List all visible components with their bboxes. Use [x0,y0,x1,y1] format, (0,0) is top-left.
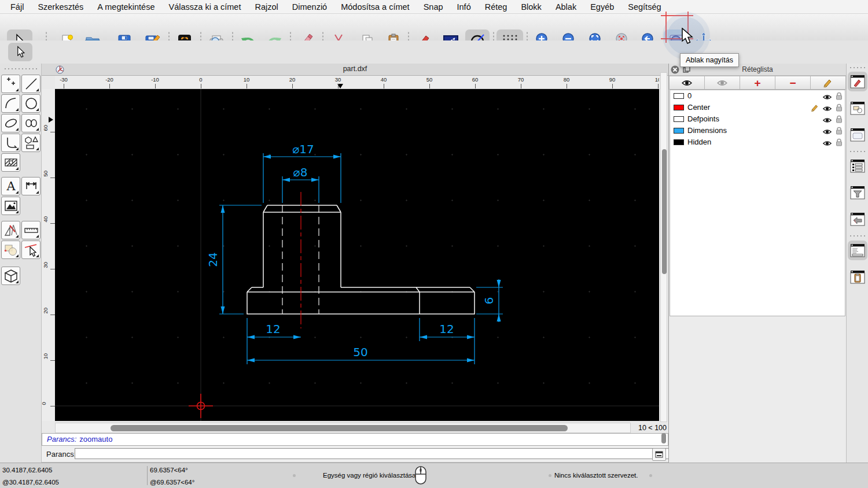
polygon-shapes-tool-button[interactable] [21,134,41,152]
layer-color-swatch[interactable] [674,105,684,110]
status-dot [293,474,296,477]
layer-visible-eye-icon[interactable] [822,94,832,101]
filter-panel-icon [850,186,865,199]
horizontal-scrollbar-thumb[interactable] [111,425,568,431]
menu-item-f-jl[interactable]: Fájl [3,0,31,14]
select-tool-button[interactable] [8,43,32,61]
h-ruler-label: 10 [244,76,250,83]
document-title: part.dxf [42,65,668,73]
layer-lock-icon[interactable] [836,92,843,100]
menu-item-szerkeszt-s[interactable]: Szerkesztés [31,0,90,14]
menu-item-inf-[interactable]: Infó [450,0,478,14]
circle-tool-button[interactable] [21,94,41,113]
edit-layer-button[interactable] [811,76,846,90]
spline-tool-button[interactable] [21,114,41,132]
layer-lock-icon[interactable] [836,127,843,135]
v-ruler-label: 60 [42,125,49,131]
dimension-tool-button[interactable] [21,177,41,195]
menu-item-ablak[interactable]: Ablak [549,0,583,14]
ellipse-icon [3,116,19,131]
line-tool-button[interactable] [21,75,41,93]
arc-icon [3,96,19,111]
add-layer-button[interactable]: + [740,76,775,90]
image-tool-button[interactable] [1,197,20,215]
3d-cube-tool-button[interactable] [1,267,20,285]
polygon-shapes-icon [24,135,39,150]
pencil-icon [823,78,833,87]
part-outline [247,205,475,314]
modify-tool-button[interactable] [1,241,20,259]
menu-item-snap[interactable]: Snap [417,0,450,14]
tool-palette: A [0,64,42,463]
layer-visible-eye-icon[interactable] [822,117,832,124]
h-ruler-tick [658,84,659,88]
horizontal-scrollbar[interactable] [55,423,631,433]
menu-item-rajzol[interactable]: Rajzol [248,0,285,14]
layer-visible-eye-icon[interactable] [822,105,832,112]
command-history-scrollbar-thumb[interactable] [661,433,666,443]
dock-block-panel-button[interactable] [848,209,867,229]
hide-all-layers-button[interactable] [705,76,740,90]
zoom-crosshair-line [661,15,693,16]
layer-color-swatch[interactable] [674,93,684,99]
dock-command-panel-button[interactable] [848,241,867,260]
remove-layer-button[interactable]: − [775,76,811,90]
dim-12-left: 12 [266,322,280,336]
menu-item-egy-b[interactable]: Egyéb [583,0,621,14]
text-tool-button[interactable]: A [1,177,20,195]
hatch-tool-button[interactable] [1,153,20,172]
blank-panel-icon [850,128,865,142]
layer-lock-icon[interactable] [836,115,843,123]
modify-shapes-icon [3,242,19,257]
layer-row-dimensions[interactable]: Dimensions [670,125,845,136]
arc-tool-button[interactable] [1,94,20,113]
main-toolbar: SVG [0,14,868,41]
dock-layer-list-panel-button[interactable] [848,156,867,176]
h-ruler-tick [475,84,476,88]
menu-item-dimenzi-[interactable]: Dimenzió [285,0,334,14]
layer-row-0[interactable]: 0 [670,90,845,102]
show-all-layers-button[interactable] [669,76,705,90]
layer-color-swatch[interactable] [674,128,684,134]
layer-row-hidden[interactable]: Hidden [670,136,845,148]
layer-lock-icon[interactable] [836,138,843,146]
drawing-canvas[interactable]: ⌀17 ⌀8 24 6 12 12 50 [55,89,659,421]
keyboard-toggle-button[interactable] [652,448,666,461]
dim-dia17: ⌀17 [292,142,314,156]
status-hint: Egység vagy régió kiválasztása [323,472,415,479]
dock-filter-panel-button[interactable] [848,183,867,202]
spline-icon [24,116,39,131]
dock-clipboard-panel-button[interactable] [848,267,867,287]
dock-handle[interactable] [849,66,866,69]
ellipse-tool-button[interactable] [1,114,20,132]
menu-item-m-dos-tsa-a-c-met[interactable]: Módosítsa a címet [334,0,416,14]
points-tool-button[interactable] [1,75,20,93]
menu-item-r-teg[interactable]: Réteg [478,0,514,14]
h-ruler-label: 90 [609,76,616,83]
h-ruler-label: 50 [426,76,433,83]
measure-tool-button[interactable] [21,221,41,239]
menu-item-blokk[interactable]: Blokk [514,0,548,14]
layer-row-center[interactable]: Center [670,102,845,113]
dock-shapes-panel-button[interactable] [848,98,867,118]
palette-handle[interactable] [3,68,38,70]
dock-pen-panel-button[interactable] [848,72,867,91]
layer-color-swatch[interactable] [674,116,684,122]
dock-blank-panel-button[interactable] [848,125,867,145]
command-input[interactable] [75,448,693,459]
horizontal-ruler: -30-20-10010203040506070809010 [55,76,659,89]
menu-item-seg-ts-g[interactable]: Segítség [621,0,668,14]
block-panel-icon [850,212,865,226]
draw-order-tool-button[interactable] [1,221,20,239]
layer-color-swatch[interactable] [674,139,684,145]
layer-visible-eye-icon[interactable] [822,140,832,147]
vertical-scrollbar-thumb[interactable] [662,149,667,274]
menu-item-v-lassza-ki-a-c-met[interactable]: Válassza ki a címet [162,0,248,14]
layer-row-defpoints[interactable]: Defpoints [670,113,845,125]
layer-visible-eye-icon[interactable] [822,128,832,135]
select-entity-tool-button[interactable] [21,241,41,259]
layer-lock-icon[interactable] [836,103,843,112]
polyline-tool-button[interactable] [1,134,20,152]
menu-item-a-megtekint-se[interactable]: A megtekintése [90,0,161,14]
vertical-scrollbar[interactable] [660,72,667,422]
